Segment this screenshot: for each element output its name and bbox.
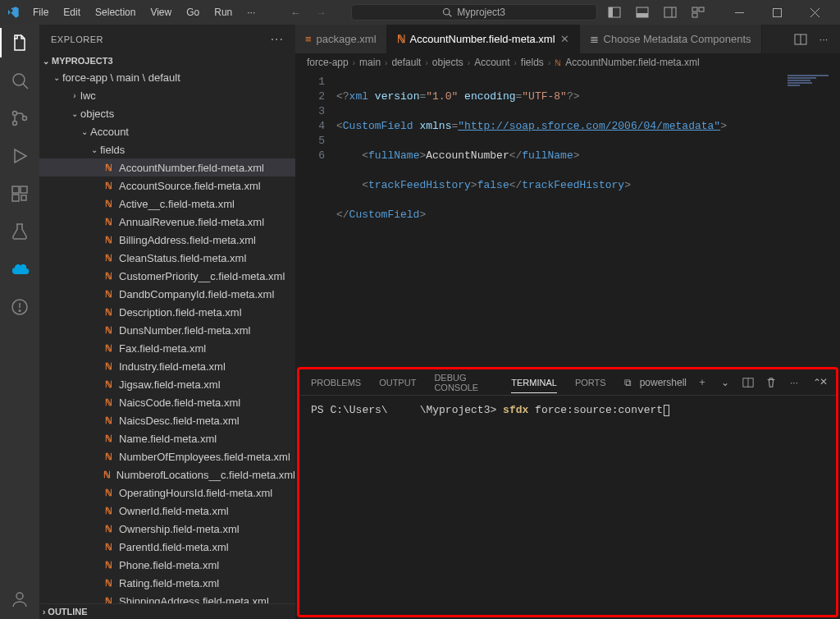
- xml-icon: ℕ: [102, 360, 115, 373]
- menu-more[interactable]: ···: [240, 3, 262, 21]
- sidebar-more-icon[interactable]: ···: [271, 32, 284, 47]
- project-section[interactable]: ⌄MYPROJECT3: [39, 53, 295, 68]
- minimap[interactable]: [788, 75, 829, 86]
- tree-file[interactable]: ℕFax.field-meta.xml: [39, 339, 295, 357]
- tree-folder[interactable]: ›lwc: [39, 86, 295, 104]
- split-editor-icon[interactable]: [791, 30, 810, 49]
- tree-folder[interactable]: ⌄objects: [39, 104, 295, 122]
- xml-icon: ℕ: [102, 594, 115, 603]
- menu-run[interactable]: Run: [208, 3, 239, 21]
- menu-selection[interactable]: Selection: [89, 3, 142, 21]
- outline-section[interactable]: ›OUTLINE: [39, 603, 295, 619]
- editor-tab[interactable]: ℕ AccountNumber.field-meta.xml ✕: [387, 25, 580, 53]
- editor-tab[interactable]: ≣ Choose Metadata Components: [580, 25, 762, 53]
- extensions-icon[interactable]: [8, 182, 31, 205]
- tree-file[interactable]: ℕParentId.field-meta.xml: [39, 538, 295, 556]
- layout-primary-icon[interactable]: [600, 0, 628, 25]
- layout-customize-icon[interactable]: [684, 0, 712, 25]
- sidebar-title: EXPLORER: [51, 34, 103, 44]
- tree-file[interactable]: ℕShippingAddress.field-meta.xml: [39, 592, 295, 603]
- panel-tab-terminal[interactable]: TERMINAL: [511, 373, 557, 393]
- tree-file[interactable]: ℕPhone.field-meta.xml: [39, 556, 295, 574]
- tree-folder[interactable]: ⌄force-app \ main \ default: [39, 68, 295, 86]
- nav-fwd-icon[interactable]: →: [316, 7, 326, 19]
- tree-file[interactable]: ℕNumberofLocations__c.field-meta.xml: [39, 465, 295, 484]
- tree-folder[interactable]: ⌄Account: [39, 122, 295, 140]
- testing-icon[interactable]: [8, 220, 31, 243]
- trash-icon[interactable]: [764, 375, 778, 390]
- panel-tab-output[interactable]: OUTPUT: [379, 373, 416, 392]
- window-maximize-icon[interactable]: [758, 0, 796, 25]
- salesforce-icon[interactable]: [8, 258, 31, 281]
- accounts-icon[interactable]: [8, 588, 31, 611]
- shell-label[interactable]: powershell: [640, 377, 687, 388]
- chevron-down-icon[interactable]: ⌄: [718, 375, 733, 390]
- more-icon[interactable]: ···: [814, 30, 833, 49]
- layout-panel-icon[interactable]: [628, 0, 656, 25]
- tree-file[interactable]: ℕNaicsDesc.field-meta.xml: [39, 411, 295, 429]
- tree-file[interactable]: ℕOwnership.field-meta.xml: [39, 520, 295, 538]
- close-icon[interactable]: ✕: [816, 374, 831, 389]
- xml-icon: ≡: [305, 33, 312, 45]
- menu-go[interactable]: Go: [180, 3, 206, 21]
- tree-file[interactable]: ℕAccountSource.field-meta.xml: [39, 177, 295, 195]
- svg-rect-6: [664, 7, 676, 17]
- tree-file[interactable]: ℕNumberOfEmployees.field-meta.xml: [39, 447, 295, 465]
- source-control-icon[interactable]: [8, 107, 31, 130]
- xml-icon: ℕ: [102, 251, 115, 264]
- search-ab-icon[interactable]: [8, 69, 31, 92]
- panel-tab-debug[interactable]: DEBUG CONSOLE: [434, 368, 493, 397]
- run-debug-icon[interactable]: [8, 144, 31, 167]
- more-icon[interactable]: ···: [787, 375, 801, 390]
- xml-icon: ℕ: [102, 468, 112, 481]
- tree-file[interactable]: ℕJigsaw.field-meta.xml: [39, 375, 295, 393]
- svg-rect-22: [12, 195, 19, 201]
- command-center[interactable]: Myproject3: [351, 4, 597, 21]
- tree-file[interactable]: ℕOwnerId.field-meta.xml: [39, 502, 295, 520]
- tree-file[interactable]: ℕRating.field-meta.xml: [39, 574, 295, 592]
- terminal[interactable]: PS C:\Users\ \Myproject3> sfdx force:sou…: [299, 396, 836, 615]
- window-minimize-icon[interactable]: [720, 0, 758, 25]
- sidebar: EXPLORER ··· ⌄MYPROJECT3 ⌄force-app \ ma…: [39, 25, 295, 619]
- svg-point-27: [19, 310, 21, 312]
- svg-rect-23: [21, 195, 26, 200]
- window-close-icon[interactable]: [796, 0, 833, 25]
- editor-tab[interactable]: ≡ package.xml: [295, 25, 387, 53]
- tree-file[interactable]: ℕOperatingHoursId.field-meta.xml: [39, 484, 295, 502]
- new-terminal-icon[interactable]: ＋: [695, 375, 710, 390]
- svg-rect-11: [735, 12, 744, 13]
- issue-icon[interactable]: [8, 296, 31, 319]
- close-icon[interactable]: ✕: [560, 33, 569, 45]
- tree-file[interactable]: ℕDandbCompanyId.field-meta.xml: [39, 285, 295, 303]
- split-terminal-icon[interactable]: [741, 375, 756, 390]
- tree-file[interactable]: ℕIndustry.field-meta.xml: [39, 357, 295, 375]
- svg-point-0: [444, 9, 450, 16]
- menu-view[interactable]: View: [144, 3, 178, 21]
- menu-file[interactable]: File: [26, 3, 55, 21]
- menu-edit[interactable]: Edit: [57, 3, 87, 21]
- code-content[interactable]: <?xml version="1.0" encoding="UTF-8"?> <…: [336, 71, 727, 367]
- svg-rect-9: [699, 7, 704, 11]
- xml-icon: ℕ: [555, 58, 561, 67]
- tree-file[interactable]: ℕAccountNumber.field-meta.xml: [39, 158, 295, 177]
- nav-back-icon[interactable]: ←: [290, 7, 301, 19]
- tree-file[interactable]: ℕName.field-meta.xml: [39, 429, 295, 447]
- svg-rect-12: [773, 8, 781, 16]
- svg-rect-21: [21, 186, 27, 193]
- breadcrumb[interactable]: force-app› main› default› objects› Accou…: [295, 53, 840, 71]
- tree-folder[interactable]: ⌄fields: [39, 140, 295, 158]
- tree-file[interactable]: ℕCleanStatus.field-meta.xml: [39, 249, 295, 267]
- tree-file[interactable]: ℕDescription.field-meta.xml: [39, 303, 295, 321]
- panel-tab-problems[interactable]: PROBLEMS: [311, 373, 361, 392]
- layout-secondary-icon[interactable]: [656, 0, 684, 25]
- code-editor[interactable]: 1 2 3 4 5 6 <?xml version="1.0" encoding…: [295, 71, 840, 367]
- shell-icon: ⧉: [624, 377, 632, 388]
- tree-file[interactable]: ℕNaicsCode.field-meta.xml: [39, 393, 295, 411]
- tree-file[interactable]: ℕDunsNumber.field-meta.xml: [39, 321, 295, 339]
- tree-file[interactable]: ℕAnnualRevenue.field-meta.xml: [39, 213, 295, 231]
- explorer-icon[interactable]: [8, 31, 31, 54]
- tree-file[interactable]: ℕCustomerPriority__c.field-meta.xml: [39, 267, 295, 285]
- tree-file[interactable]: ℕBillingAddress.field-meta.xml: [39, 231, 295, 249]
- panel-tab-ports[interactable]: PORTS: [575, 373, 606, 392]
- tree-file[interactable]: ℕActive__c.field-meta.xml: [39, 195, 295, 213]
